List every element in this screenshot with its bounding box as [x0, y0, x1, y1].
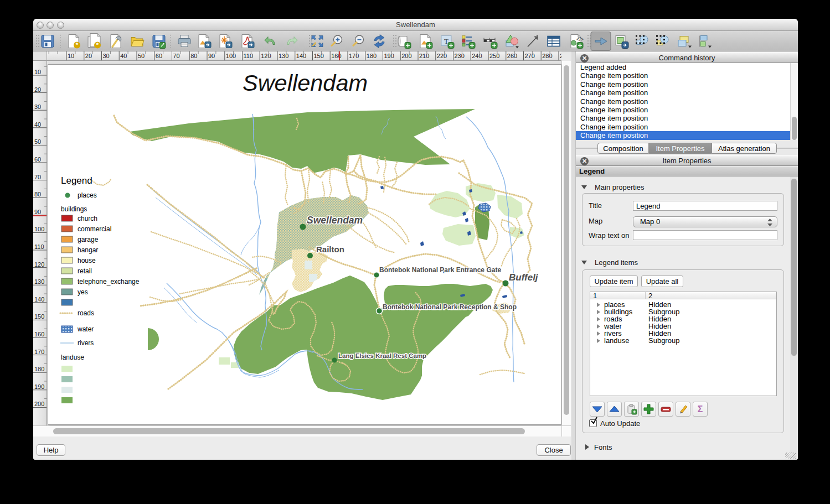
svg-text:water: water: [77, 325, 94, 333]
svg-text:200: 200: [401, 53, 411, 59]
svg-text:290: 290: [560, 53, 561, 59]
svg-text:70: 70: [34, 174, 41, 180]
svg-text:church: church: [78, 215, 97, 222]
svg-text:160: 160: [34, 331, 44, 337]
svg-text:220: 220: [437, 53, 447, 59]
svg-text:roads: roads: [78, 309, 94, 317]
svg-text:240: 240: [472, 53, 482, 59]
svg-text:120: 120: [261, 53, 271, 59]
svg-text:20: 20: [85, 53, 92, 59]
svg-text:buildings: buildings: [61, 205, 87, 213]
svg-text:hangar: hangar: [78, 246, 98, 254]
svg-text:Swellendam: Swellendam: [243, 70, 368, 96]
svg-text:160: 160: [331, 53, 341, 59]
svg-text:100: 100: [226, 53, 236, 59]
svg-text:230: 230: [455, 53, 465, 59]
svg-text:Legend: Legend: [61, 175, 92, 186]
svg-text:110: 110: [34, 243, 44, 250]
svg-text:commercial: commercial: [78, 225, 111, 233]
svg-text:50: 50: [34, 138, 41, 145]
svg-text:retail: retail: [78, 267, 92, 275]
svg-text:130: 130: [279, 53, 288, 59]
svg-text:20: 20: [34, 86, 41, 93]
svg-text:80: 80: [190, 53, 197, 59]
svg-text:80: 80: [34, 191, 41, 198]
svg-text:*: *: [76, 41, 79, 48]
svg-text:90: 90: [208, 53, 215, 59]
svg-text:Swellendam: Swellendam: [307, 215, 363, 226]
svg-text:garage: garage: [78, 236, 99, 243]
svg-text:190: 190: [34, 383, 44, 390]
svg-text:90: 90: [34, 209, 41, 215]
svg-text:Lang Elsies Kraal Rest Camp: Lang Elsies Kraal Rest Camp: [338, 352, 426, 359]
svg-text:*: *: [96, 41, 99, 48]
svg-text:280: 280: [542, 53, 552, 59]
svg-text:Bontebok National Park Entranc: Bontebok National Park Entrance Gate: [379, 266, 501, 274]
svg-text:270: 270: [525, 53, 535, 59]
svg-text:house: house: [78, 257, 96, 264]
svg-text:</>: </>: [576, 37, 584, 42]
svg-text:150: 150: [314, 53, 324, 59]
svg-text:40: 40: [34, 121, 41, 128]
svg-text:170: 170: [34, 349, 44, 355]
svg-text:150: 150: [34, 313, 44, 320]
svg-text:yes: yes: [78, 288, 88, 296]
svg-text:Σ: Σ: [698, 404, 703, 414]
svg-text:210: 210: [419, 53, 429, 59]
svg-text:120: 120: [34, 261, 44, 268]
svg-text:180: 180: [34, 366, 44, 372]
svg-text:100: 100: [34, 226, 44, 232]
svg-text:170: 170: [349, 53, 359, 59]
svg-text:landuse: landuse: [61, 354, 84, 361]
svg-text:40: 40: [120, 53, 127, 59]
svg-text:rivers: rivers: [78, 339, 94, 347]
svg-text:260: 260: [507, 53, 517, 59]
svg-text:Bontebok National Park Recepti: Bontebok National Park Reception & Shop: [383, 303, 517, 311]
svg-text:140: 140: [296, 53, 306, 59]
svg-text:180: 180: [367, 53, 377, 59]
svg-text:30: 30: [34, 103, 41, 110]
svg-text:places: places: [78, 191, 97, 199]
svg-text:10: 10: [34, 69, 41, 75]
svg-text:190: 190: [384, 53, 394, 59]
svg-text:70: 70: [173, 53, 180, 59]
svg-text:Buffelj: Buffelj: [509, 272, 539, 283]
svg-text:130: 130: [34, 278, 44, 285]
svg-text:140: 140: [34, 296, 44, 303]
svg-text:telephone_exchange: telephone_exchange: [78, 278, 140, 285]
svg-text:30: 30: [103, 53, 110, 59]
svg-text:110: 110: [244, 53, 254, 59]
svg-text:200: 200: [34, 401, 44, 407]
svg-text:10: 10: [68, 53, 74, 59]
svg-text:50: 50: [138, 53, 145, 59]
svg-text:250: 250: [489, 53, 499, 59]
svg-text:Railton: Railton: [316, 245, 344, 254]
svg-text:60: 60: [156, 53, 162, 59]
svg-text:60: 60: [34, 156, 41, 163]
